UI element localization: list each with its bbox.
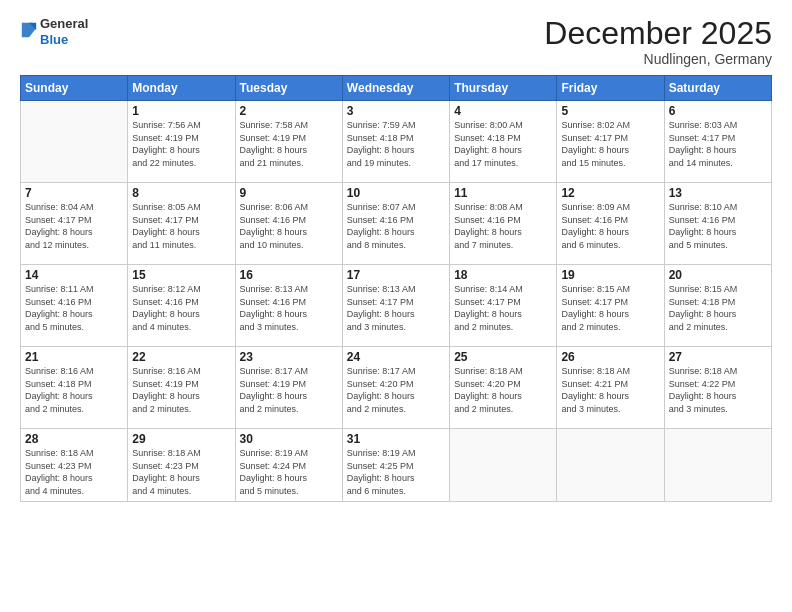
day-number: 1 bbox=[132, 104, 230, 118]
day-number: 11 bbox=[454, 186, 552, 200]
calendar-cell: 18Sunrise: 8:14 AM Sunset: 4:17 PM Dayli… bbox=[450, 265, 557, 347]
calendar-cell: 25Sunrise: 8:18 AM Sunset: 4:20 PM Dayli… bbox=[450, 347, 557, 429]
weekday-header-monday: Monday bbox=[128, 76, 235, 101]
logo-general: General bbox=[40, 16, 88, 31]
calendar-cell: 6Sunrise: 8:03 AM Sunset: 4:17 PM Daylig… bbox=[664, 101, 771, 183]
day-info: Sunrise: 8:19 AM Sunset: 4:24 PM Dayligh… bbox=[240, 447, 338, 497]
logo-icon bbox=[20, 19, 38, 41]
location: Nudlingen, Germany bbox=[544, 51, 772, 67]
day-number: 26 bbox=[561, 350, 659, 364]
day-info: Sunrise: 8:03 AM Sunset: 4:17 PM Dayligh… bbox=[669, 119, 767, 169]
day-number: 28 bbox=[25, 432, 123, 446]
day-number: 5 bbox=[561, 104, 659, 118]
day-info: Sunrise: 8:04 AM Sunset: 4:17 PM Dayligh… bbox=[25, 201, 123, 251]
day-info: Sunrise: 7:59 AM Sunset: 4:18 PM Dayligh… bbox=[347, 119, 445, 169]
calendar-cell: 7Sunrise: 8:04 AM Sunset: 4:17 PM Daylig… bbox=[21, 183, 128, 265]
week-row-4: 21Sunrise: 8:16 AM Sunset: 4:18 PM Dayli… bbox=[21, 347, 772, 429]
day-info: Sunrise: 8:18 AM Sunset: 4:22 PM Dayligh… bbox=[669, 365, 767, 415]
calendar-cell bbox=[450, 429, 557, 501]
calendar-cell: 28Sunrise: 8:18 AM Sunset: 4:23 PM Dayli… bbox=[21, 429, 128, 501]
day-info: Sunrise: 8:16 AM Sunset: 4:19 PM Dayligh… bbox=[132, 365, 230, 415]
day-info: Sunrise: 8:18 AM Sunset: 4:23 PM Dayligh… bbox=[132, 447, 230, 497]
calendar-cell: 16Sunrise: 8:13 AM Sunset: 4:16 PM Dayli… bbox=[235, 265, 342, 347]
calendar-cell: 21Sunrise: 8:16 AM Sunset: 4:18 PM Dayli… bbox=[21, 347, 128, 429]
calendar-cell: 29Sunrise: 8:18 AM Sunset: 4:23 PM Dayli… bbox=[128, 429, 235, 501]
calendar-cell: 23Sunrise: 8:17 AM Sunset: 4:19 PM Dayli… bbox=[235, 347, 342, 429]
weekday-header-thursday: Thursday bbox=[450, 76, 557, 101]
day-number: 18 bbox=[454, 268, 552, 282]
weekday-header-friday: Friday bbox=[557, 76, 664, 101]
calendar-cell: 3Sunrise: 7:59 AM Sunset: 4:18 PM Daylig… bbox=[342, 101, 449, 183]
day-number: 10 bbox=[347, 186, 445, 200]
day-info: Sunrise: 8:18 AM Sunset: 4:21 PM Dayligh… bbox=[561, 365, 659, 415]
day-info: Sunrise: 8:08 AM Sunset: 4:16 PM Dayligh… bbox=[454, 201, 552, 251]
day-number: 12 bbox=[561, 186, 659, 200]
calendar-cell bbox=[557, 429, 664, 501]
day-number: 13 bbox=[669, 186, 767, 200]
day-number: 17 bbox=[347, 268, 445, 282]
week-row-1: 1Sunrise: 7:56 AM Sunset: 4:19 PM Daylig… bbox=[21, 101, 772, 183]
day-number: 30 bbox=[240, 432, 338, 446]
day-number: 16 bbox=[240, 268, 338, 282]
day-number: 25 bbox=[454, 350, 552, 364]
day-number: 15 bbox=[132, 268, 230, 282]
calendar-cell bbox=[664, 429, 771, 501]
day-number: 22 bbox=[132, 350, 230, 364]
calendar-page: General Blue December 2025 Nudlingen, Ge… bbox=[0, 0, 792, 612]
day-info: Sunrise: 8:15 AM Sunset: 4:18 PM Dayligh… bbox=[669, 283, 767, 333]
calendar-cell: 10Sunrise: 8:07 AM Sunset: 4:16 PM Dayli… bbox=[342, 183, 449, 265]
day-info: Sunrise: 8:17 AM Sunset: 4:20 PM Dayligh… bbox=[347, 365, 445, 415]
calendar-cell: 14Sunrise: 8:11 AM Sunset: 4:16 PM Dayli… bbox=[21, 265, 128, 347]
day-info: Sunrise: 8:11 AM Sunset: 4:16 PM Dayligh… bbox=[25, 283, 123, 333]
day-info: Sunrise: 8:19 AM Sunset: 4:25 PM Dayligh… bbox=[347, 447, 445, 497]
day-info: Sunrise: 8:09 AM Sunset: 4:16 PM Dayligh… bbox=[561, 201, 659, 251]
calendar-cell bbox=[21, 101, 128, 183]
day-number: 4 bbox=[454, 104, 552, 118]
week-row-2: 7Sunrise: 8:04 AM Sunset: 4:17 PM Daylig… bbox=[21, 183, 772, 265]
calendar-cell: 17Sunrise: 8:13 AM Sunset: 4:17 PM Dayli… bbox=[342, 265, 449, 347]
weekday-header-row: SundayMondayTuesdayWednesdayThursdayFrid… bbox=[21, 76, 772, 101]
calendar-cell: 15Sunrise: 8:12 AM Sunset: 4:16 PM Dayli… bbox=[128, 265, 235, 347]
calendar-cell: 20Sunrise: 8:15 AM Sunset: 4:18 PM Dayli… bbox=[664, 265, 771, 347]
week-row-3: 14Sunrise: 8:11 AM Sunset: 4:16 PM Dayli… bbox=[21, 265, 772, 347]
day-number: 27 bbox=[669, 350, 767, 364]
day-info: Sunrise: 8:06 AM Sunset: 4:16 PM Dayligh… bbox=[240, 201, 338, 251]
weekday-header-sunday: Sunday bbox=[21, 76, 128, 101]
day-info: Sunrise: 8:00 AM Sunset: 4:18 PM Dayligh… bbox=[454, 119, 552, 169]
day-number: 24 bbox=[347, 350, 445, 364]
day-number: 3 bbox=[347, 104, 445, 118]
day-number: 31 bbox=[347, 432, 445, 446]
calendar-cell: 30Sunrise: 8:19 AM Sunset: 4:24 PM Dayli… bbox=[235, 429, 342, 501]
calendar-cell: 13Sunrise: 8:10 AM Sunset: 4:16 PM Dayli… bbox=[664, 183, 771, 265]
month-title: December 2025 bbox=[544, 16, 772, 51]
day-info: Sunrise: 8:16 AM Sunset: 4:18 PM Dayligh… bbox=[25, 365, 123, 415]
day-number: 23 bbox=[240, 350, 338, 364]
weekday-header-saturday: Saturday bbox=[664, 76, 771, 101]
calendar-cell: 27Sunrise: 8:18 AM Sunset: 4:22 PM Dayli… bbox=[664, 347, 771, 429]
day-number: 9 bbox=[240, 186, 338, 200]
day-info: Sunrise: 7:56 AM Sunset: 4:19 PM Dayligh… bbox=[132, 119, 230, 169]
calendar-cell: 12Sunrise: 8:09 AM Sunset: 4:16 PM Dayli… bbox=[557, 183, 664, 265]
calendar-cell: 5Sunrise: 8:02 AM Sunset: 4:17 PM Daylig… bbox=[557, 101, 664, 183]
calendar-cell: 2Sunrise: 7:58 AM Sunset: 4:19 PM Daylig… bbox=[235, 101, 342, 183]
weekday-header-wednesday: Wednesday bbox=[342, 76, 449, 101]
calendar-cell: 8Sunrise: 8:05 AM Sunset: 4:17 PM Daylig… bbox=[128, 183, 235, 265]
day-info: Sunrise: 8:14 AM Sunset: 4:17 PM Dayligh… bbox=[454, 283, 552, 333]
calendar-cell: 26Sunrise: 8:18 AM Sunset: 4:21 PM Dayli… bbox=[557, 347, 664, 429]
calendar-cell: 4Sunrise: 8:00 AM Sunset: 4:18 PM Daylig… bbox=[450, 101, 557, 183]
day-info: Sunrise: 8:13 AM Sunset: 4:17 PM Dayligh… bbox=[347, 283, 445, 333]
calendar-cell: 11Sunrise: 8:08 AM Sunset: 4:16 PM Dayli… bbox=[450, 183, 557, 265]
day-number: 21 bbox=[25, 350, 123, 364]
day-number: 19 bbox=[561, 268, 659, 282]
day-info: Sunrise: 8:18 AM Sunset: 4:23 PM Dayligh… bbox=[25, 447, 123, 497]
day-number: 29 bbox=[132, 432, 230, 446]
logo-text: General Blue bbox=[40, 16, 88, 47]
day-info: Sunrise: 8:18 AM Sunset: 4:20 PM Dayligh… bbox=[454, 365, 552, 415]
calendar-cell: 31Sunrise: 8:19 AM Sunset: 4:25 PM Dayli… bbox=[342, 429, 449, 501]
header: General Blue December 2025 Nudlingen, Ge… bbox=[20, 16, 772, 67]
day-number: 8 bbox=[132, 186, 230, 200]
calendar-cell: 9Sunrise: 8:06 AM Sunset: 4:16 PM Daylig… bbox=[235, 183, 342, 265]
calendar-cell: 1Sunrise: 7:56 AM Sunset: 4:19 PM Daylig… bbox=[128, 101, 235, 183]
day-info: Sunrise: 8:10 AM Sunset: 4:16 PM Dayligh… bbox=[669, 201, 767, 251]
calendar-table: SundayMondayTuesdayWednesdayThursdayFrid… bbox=[20, 75, 772, 501]
